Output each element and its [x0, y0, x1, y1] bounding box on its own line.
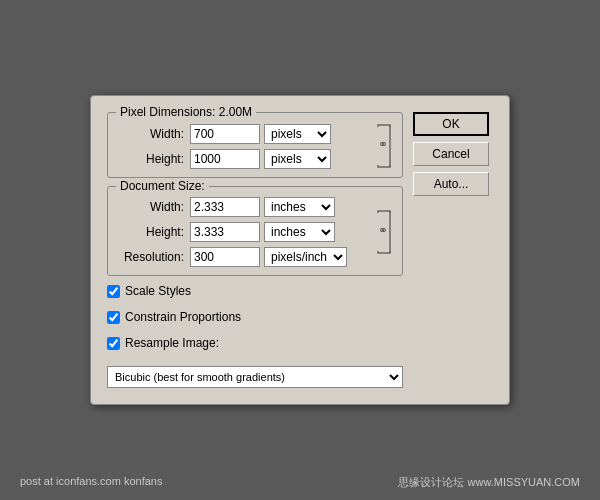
constrain-proportions-label: Constrain Proportions — [125, 310, 241, 324]
auto-button[interactable]: Auto... — [413, 172, 489, 196]
doc-height-row: Height: inches cm mm points picas column… — [118, 222, 372, 242]
pixel-dimensions-label: Pixel Dimensions: 2.00M — [116, 105, 256, 119]
resample-method-row: Nearest Neighbor Bilinear Bicubic Bicubi… — [107, 366, 403, 388]
resample-method-select[interactable]: Nearest Neighbor Bilinear Bicubic Bicubi… — [107, 366, 403, 388]
doc-width-unit-select[interactable]: inches cm mm points picas columns — [264, 197, 335, 217]
cancel-button[interactable]: Cancel — [413, 142, 489, 166]
resolution-input[interactable] — [190, 247, 260, 267]
pixel-width-unit-select[interactable]: pixels percent — [264, 124, 331, 144]
svg-text:⚭: ⚭ — [378, 223, 388, 237]
scale-styles-label: Scale Styles — [125, 284, 191, 298]
pixel-height-row: Height: pixels percent — [118, 149, 372, 169]
doc-height-label: Height: — [118, 225, 190, 239]
resample-image-checkbox[interactable] — [107, 337, 120, 350]
scale-styles-checkbox[interactable] — [107, 285, 120, 298]
pixel-width-row: Width: pixels percent — [118, 124, 372, 144]
pixel-link-bracket-icon: ⚭ — [376, 123, 392, 169]
pixel-row-wrapper: Width: pixels percent Height: pixels per… — [118, 123, 392, 169]
scale-styles-row: Scale Styles — [107, 284, 403, 298]
resolution-label: Resolution: — [118, 250, 190, 264]
resolution-row: Resolution: pixels/inch pixels/cm — [118, 247, 372, 267]
pixel-dimensions-group: Pixel Dimensions: 2.00M Width: pixels pe… — [107, 112, 403, 178]
constrain-proportions-row: Constrain Proportions — [107, 310, 403, 324]
doc-row-wrapper: Width: inches cm mm points picas columns… — [118, 197, 392, 267]
document-size-label: Document Size: — [116, 179, 209, 193]
image-size-dialog: Pixel Dimensions: 2.00M Width: pixels pe… — [90, 95, 510, 405]
doc-link-bracket-icon: ⚭ — [376, 209, 392, 255]
doc-height-unit-select[interactable]: inches cm mm points picas columns — [264, 222, 335, 242]
pixel-height-unit-select[interactable]: pixels percent — [264, 149, 331, 169]
pixel-height-input[interactable] — [190, 149, 260, 169]
pixel-width-label: Width: — [118, 127, 190, 141]
resample-image-label: Resample Image: — [125, 336, 219, 350]
doc-width-row: Width: inches cm mm points picas columns — [118, 197, 372, 217]
pixel-fields: Width: pixels percent Height: pixels per… — [118, 124, 372, 169]
pixel-height-label: Height: — [118, 152, 190, 166]
watermark: post at iconfans.com konfans 思缘设计论坛 www.… — [0, 475, 600, 490]
watermark-right: 思缘设计论坛 www.MISSYUAN.COM — [398, 475, 580, 490]
svg-text:⚭: ⚭ — [378, 137, 388, 151]
doc-height-input[interactable] — [190, 222, 260, 242]
resample-image-row: Resample Image: — [107, 336, 403, 350]
constrain-proportions-checkbox[interactable] — [107, 311, 120, 324]
pixel-width-input[interactable] — [190, 124, 260, 144]
dialog-left-panel: Pixel Dimensions: 2.00M Width: pixels pe… — [107, 112, 403, 388]
doc-width-label: Width: — [118, 200, 190, 214]
ok-button[interactable]: OK — [413, 112, 489, 136]
dialog-buttons-panel: OK Cancel Auto... — [413, 112, 493, 388]
doc-fields: Width: inches cm mm points picas columns… — [118, 197, 372, 267]
watermark-left: post at iconfans.com konfans — [20, 475, 162, 490]
resolution-unit-select[interactable]: pixels/inch pixels/cm — [264, 247, 347, 267]
document-size-group: Document Size: Width: inches cm mm point… — [107, 186, 403, 276]
doc-width-input[interactable] — [190, 197, 260, 217]
